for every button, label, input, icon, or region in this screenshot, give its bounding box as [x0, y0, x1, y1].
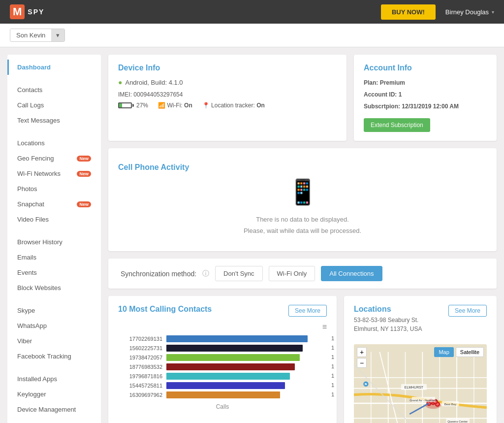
locations-header: Locations 53-82-53-98 Seabury St. Elmhur…	[354, 305, 487, 338]
buy-now-button[interactable]: BUY NOW!	[381, 4, 436, 20]
subscription-row: Subscrtpion: 12/31/2019 12:00 AM	[364, 102, 487, 111]
profile-selector[interactable]: Son Kevin ▾	[10, 29, 65, 42]
cell-activity-title: Cell Phone Activity	[118, 163, 487, 172]
sidebar-item-block-websites[interactable]: Block Websites	[7, 280, 101, 295]
plan-label: Plan:	[364, 79, 378, 86]
wifi-value: On	[184, 102, 192, 109]
sidebar-item-call-logs[interactable]: Call Logs	[7, 98, 101, 113]
user-menu[interactable]: Birney Douglas ▾	[445, 8, 494, 16]
zoom-in-button[interactable]: +	[357, 347, 367, 357]
sidebar-item-facebook-tracking[interactable]: Facebook Tracking	[7, 349, 101, 364]
no-data-line1: There is no data to be displayed.	[118, 214, 487, 225]
android-icon: ●	[118, 78, 122, 86]
sidebar-item-viber[interactable]: Viber	[7, 333, 101, 349]
profile-name: Son Kevin	[10, 29, 51, 41]
svg-text:⚑: ⚑	[364, 383, 367, 387]
sidebar-item-geo-fencing[interactable]: Geo Fencing New	[7, 151, 101, 166]
satellite-view-button[interactable]: Satellite	[456, 347, 484, 357]
device-os-label: Android, Build: 4.1.0	[125, 79, 183, 86]
bar-fill	[166, 391, 280, 398]
chart-x-label: Calls	[118, 403, 327, 410]
sidebar-item-browser-history[interactable]: Browser History	[7, 234, 101, 250]
sidebar-item-dashboard[interactable]: Dashboard	[7, 60, 101, 75]
device-info-card: Device Info ● Android, Build: 4.1.0 IMEI…	[108, 55, 346, 141]
wifi-icon: 📶	[158, 102, 165, 109]
bar-value: 1	[331, 382, 334, 388]
device-os-row: ● Android, Build: 4.1.0	[118, 78, 337, 86]
chart-title: 10 Most Calling Contacts	[118, 305, 212, 314]
plan-row: Plan: Premium	[364, 78, 487, 88]
bar-fill	[166, 335, 308, 342]
bar-value: 1	[331, 391, 334, 397]
subscription-value: 12/31/2019 12:00 AM	[402, 103, 459, 110]
zoom-out-button[interactable]: −	[357, 358, 367, 368]
svg-text:Queens Center: Queens Center	[447, 420, 468, 423]
bar-chart: 1770226913111560222573111973847205711877…	[118, 335, 327, 398]
imei-value: 000944053297654	[133, 91, 183, 98]
bar-row: 177022691311	[118, 335, 327, 342]
sidebar-item-emails[interactable]: Emails	[7, 250, 101, 265]
sidebar-item-contacts[interactable]: Contacts	[7, 82, 101, 98]
bottom-row: 10 Most Calling Contacts See More ≡ 1770…	[108, 296, 497, 423]
map-controls: Map Satellite	[434, 347, 484, 357]
profile-dropdown-arrow[interactable]: ▾	[51, 29, 64, 41]
bar-label: 19796871816	[118, 373, 162, 379]
wifi-networks-badge: New	[77, 171, 91, 177]
sidebar-item-snapchat[interactable]: Snapchat New	[7, 196, 101, 212]
account-id-row: Account ID: 1	[364, 90, 487, 99]
bar-value: 1	[331, 335, 334, 341]
chart-header: 10 Most Calling Contacts See More	[118, 305, 327, 317]
imei-label: IMEI:	[118, 91, 132, 98]
sidebar-item-locations[interactable]: Locations	[7, 135, 101, 151]
locations-see-more-button[interactable]: See More	[448, 305, 487, 317]
chart-menu-icon[interactable]: ≡	[118, 323, 327, 331]
sidebar-item-text-messages[interactable]: Text Messages	[7, 113, 101, 128]
account-id-label: Account ID:	[364, 91, 397, 98]
logo-text: SPY	[28, 8, 44, 16]
bar-fill	[166, 373, 290, 380]
user-dropdown-arrow: ▾	[492, 9, 494, 15]
bar-label: 15602225731	[118, 345, 162, 351]
wifi-status: 📶 Wi-Fi: On	[158, 102, 192, 109]
battery-indicator: 27%	[118, 102, 148, 109]
locations-title-group: Locations 53-82-53-98 Seabury St. Elmhur…	[354, 305, 422, 338]
map-view-button[interactable]: Map	[434, 347, 453, 357]
sidebar: Dashboard Contacts Call Logs Text Messag…	[7, 55, 101, 423]
calling-contacts-see-more-button[interactable]: See More	[288, 305, 327, 317]
header-right: BUY NOW! Birney Douglas ▾	[381, 4, 494, 20]
sync-dont-sync-button[interactable]: Don't Sync	[215, 266, 262, 281]
location-address-line2: Elmhurst, NY 11373, USA	[354, 325, 422, 333]
logo: M SPY	[10, 4, 44, 19]
sync-info-icon[interactable]: ⓘ	[202, 269, 209, 278]
sidebar-item-skype[interactable]: Skype	[7, 303, 101, 318]
sync-all-connections-button[interactable]: All Connections	[321, 266, 382, 281]
bar-container: 1	[166, 382, 327, 389]
sync-wifi-only-button[interactable]: Wi-Fi Only	[269, 266, 315, 281]
battery-percent: 27%	[136, 102, 148, 109]
sidebar-item-installed-apps[interactable]: Installed Apps	[7, 371, 101, 387]
sync-method-card: Synchronization method: ⓘ Don't Sync Wi-…	[108, 259, 497, 289]
no-data-line2: Please, wait while data will be processe…	[118, 225, 487, 236]
bar-value: 1	[331, 354, 334, 360]
main-container: Dashboard Contacts Call Logs Text Messag…	[0, 47, 504, 423]
bar-fill	[166, 345, 303, 352]
sidebar-item-whatsapp[interactable]: WhatsApp	[7, 318, 101, 333]
svg-text:ELMHURST: ELMHURST	[405, 386, 424, 390]
cell-activity-card: Cell Phone Activity 📱 There is no data t…	[108, 148, 497, 252]
phone-icon: 📱	[118, 178, 487, 206]
bar-container: 1	[166, 354, 327, 361]
calling-contacts-card: 10 Most Calling Contacts See More ≡ 1770…	[108, 296, 337, 423]
sidebar-item-wifi-networks[interactable]: Wi-Fi Networks New	[7, 166, 101, 181]
top-row: Device Info ● Android, Build: 4.1.0 IMEI…	[108, 55, 497, 141]
sidebar-item-keylogger[interactable]: Keylogger	[7, 387, 101, 402]
sidebar-item-device-management[interactable]: Device Management	[7, 402, 101, 417]
bar-container: 1	[166, 373, 327, 380]
sync-label: Synchronization method:	[121, 270, 196, 278]
sidebar-item-video-files[interactable]: Video Files	[7, 212, 101, 227]
extend-subscription-button[interactable]: Extend Subscription	[364, 118, 430, 132]
sidebar-item-photos[interactable]: Photos	[7, 181, 101, 196]
bar-label: 18776983532	[118, 364, 162, 370]
sidebar-item-events[interactable]: Events	[7, 265, 101, 280]
bar-label: 17702269131	[118, 336, 162, 342]
bar-row: 156022257311	[118, 345, 327, 352]
